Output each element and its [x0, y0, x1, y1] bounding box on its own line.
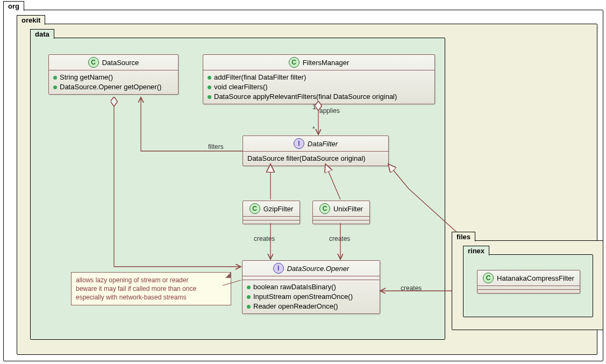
- label-creates1: creates: [254, 235, 275, 242]
- label-applies: applies: [319, 107, 340, 115]
- class-name: FiltersManager: [303, 59, 350, 67]
- class-stereotype-icon: C: [483, 273, 494, 283]
- note-line: allows lazy opening of stream or reader: [76, 276, 226, 284]
- package-rinex-tab: rinex: [463, 246, 489, 255]
- public-marker-icon: [208, 76, 211, 80]
- class-stereotype-icon: C: [289, 57, 300, 68]
- member: boolean rawDataIsBinary(): [253, 282, 336, 292]
- public-marker-icon: [247, 286, 251, 289]
- class-name: DataSource: [102, 59, 139, 67]
- member: DataSource applyRelevantFilters(final Da…: [214, 92, 397, 102]
- interface-opener: IDataSource.Opener boolean rawDataIsBina…: [242, 260, 380, 314]
- class-stereotype-icon: C: [88, 57, 99, 68]
- member: DataSource.Opener getOpener(): [60, 82, 161, 92]
- package-data-tab: data: [30, 29, 54, 39]
- label-multn: *: [312, 125, 315, 133]
- class-name: DataSource.Opener: [287, 265, 350, 273]
- class-name: GzipFilter: [263, 205, 294, 213]
- class-name: UnixFilter: [333, 205, 363, 213]
- member: InputStream openStreamOnce(): [253, 292, 353, 302]
- package-files-tab: files: [452, 232, 475, 241]
- class-filtersmanager: CFiltersManager addFilter(final DataFilt…: [203, 54, 435, 104]
- class-name: HatanakaCompressFilter: [497, 274, 574, 282]
- class-hatanaka: CHatanakaCompressFilter: [477, 270, 580, 294]
- class-gzipfilter: CGzipFilter: [243, 201, 300, 224]
- public-marker-icon: [53, 76, 57, 80]
- member: DataSource filter(DataSource original): [247, 154, 366, 163]
- package-orekit-tab: orekit: [17, 15, 45, 25]
- interface-stereotype-icon: I: [273, 263, 284, 274]
- class-name: DataFilter: [308, 140, 338, 148]
- public-marker-icon: [208, 95, 211, 99]
- package-org: org orekit data CDataSource String getNa…: [3, 10, 603, 361]
- interface-datafilter: IDataFilter DataSource filter(DataSource…: [243, 135, 389, 166]
- diagram-root: org orekit data CDataSource String getNa…: [0, 0, 606, 364]
- interface-stereotype-icon: I: [294, 138, 304, 149]
- package-org-tab: org: [3, 1, 24, 11]
- member: String getName(): [60, 73, 113, 82]
- class-unixfilter: CUnixFilter: [312, 201, 370, 224]
- label-creates3: creates: [401, 284, 422, 292]
- public-marker-icon: [208, 85, 211, 89]
- note-line: beware it may fail if called more than o…: [76, 284, 226, 293]
- note: allows lazy opening of stream or reader …: [71, 272, 231, 305]
- class-stereotype-icon: C: [319, 203, 330, 214]
- package-data: data CDataSource String getName() DataSo…: [30, 38, 445, 340]
- class-datasource: CDataSource String getName() DataSource.…: [48, 54, 179, 95]
- member: Reader openReaderOnce(): [253, 302, 338, 311]
- class-stereotype-icon: C: [249, 203, 260, 214]
- label-filters: filters: [208, 143, 224, 151]
- public-marker-icon: [53, 85, 57, 89]
- label-creates2: creates: [329, 235, 350, 242]
- public-marker-icon: [247, 295, 251, 299]
- package-rinex: rinex CHatanakaCompressFilter: [463, 254, 593, 317]
- svg-line-2: [325, 164, 340, 199]
- member: void clearFilters(): [214, 82, 268, 92]
- label-mult1: 1: [312, 103, 316, 111]
- package-files: files rinex CHatanakaCompressFilter: [452, 240, 603, 330]
- package-orekit: orekit data CDataSource String getName()…: [17, 24, 597, 355]
- member: addFilter(final DataFilter filter): [214, 73, 306, 82]
- note-line: especially with network-based streams: [76, 293, 226, 302]
- public-marker-icon: [247, 305, 251, 309]
